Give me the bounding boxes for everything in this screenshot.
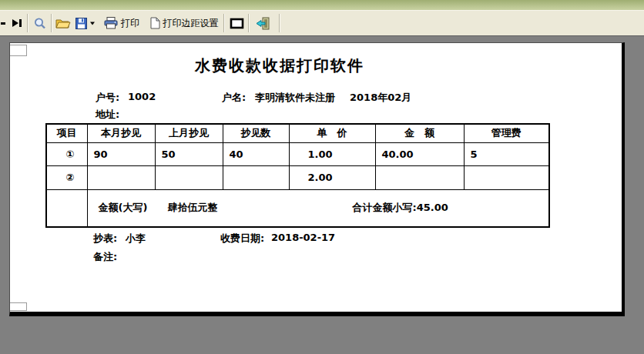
total-label: 合计金额小写:: [353, 202, 417, 213]
cell-usage: [223, 165, 289, 189]
page-border-button[interactable]: [226, 12, 247, 34]
toolbar-separator: [223, 14, 225, 32]
cell-previous-reading: 50: [155, 142, 223, 165]
square-outline-icon: [230, 18, 244, 29]
date-label: 收费日期:: [220, 232, 264, 245]
print-margin-settings-label: 打印边距设置: [163, 17, 219, 30]
cell-management-fee: [464, 165, 549, 189]
cell-item: ①: [46, 142, 87, 165]
toolbar-separator: [279, 14, 280, 32]
prev-page-icon: [1, 22, 5, 25]
toolbar-separator: [51, 14, 52, 32]
header-unit-price: 单 价: [289, 124, 375, 142]
header-usage: 抄见数: [223, 124, 289, 142]
cell-current-reading: [87, 165, 155, 189]
document-page-icon: [150, 17, 160, 29]
receipt-page: 水费收款收据打印软件 户号: 1002 户名: 李明清软件未注册 2018年02…: [9, 42, 625, 316]
prev-page-button[interactable]: [0, 12, 6, 34]
cell-management-fee: 5: [464, 142, 549, 165]
account-value: 1002: [128, 91, 156, 102]
page-title: 水费收款收据打印软件: [141, 55, 418, 76]
window-top-band: [0, 0, 644, 10]
exit-button[interactable]: [253, 12, 274, 34]
fee-table: 项目 本月抄见 上月抄见 抄见数 单 价 金 额 管理费 ① 90 50 40 …: [45, 123, 550, 228]
preview-area[interactable]: 水费收款收据打印软件 户号: 1002 户名: 李明清软件未注册 2018年02…: [0, 37, 644, 354]
header-item: 项目: [46, 124, 87, 142]
exit-door-icon: [256, 17, 271, 30]
summary-cell: 金额(大写)肆拾伍元整 合计金额小写:45.00: [87, 189, 549, 227]
margin-marker-bottom-left: [10, 302, 27, 311]
printer-icon: [104, 17, 118, 29]
date-value: 2018-02-17: [271, 232, 335, 243]
folder-open-icon: [55, 18, 71, 29]
toolbar-separator: [248, 14, 250, 32]
header-previous-reading: 上月抄见: [155, 124, 223, 142]
table-header-row: 项目 本月抄见 上月抄见 抄见数 单 价 金 额 管理费: [46, 124, 549, 142]
caret-down-icon: [90, 22, 96, 25]
address-label: 地址:: [96, 108, 119, 122]
reader-label: 抄表:: [93, 232, 117, 245]
amount-words-label: 金额(大写): [99, 202, 148, 213]
summary-row: 金额(大写)肆拾伍元整 合计金额小写:45.00: [46, 189, 549, 227]
period-value: 2018年02月: [350, 91, 411, 105]
cell-item: ②: [46, 165, 87, 189]
last-page-icon: [11, 17, 23, 29]
print-button-label: 打印: [121, 17, 139, 30]
cell-usage: 40: [223, 142, 289, 165]
cell-current-reading: 90: [87, 142, 155, 165]
cell-unit-price: 1.00: [289, 142, 375, 165]
floppy-disk-icon: [75, 18, 87, 29]
toolbar: 打印 打印边距设置: [0, 10, 644, 36]
margin-marker-top-left: [10, 45, 27, 56]
cell-previous-reading: [155, 165, 223, 189]
zoom-button[interactable]: [30, 12, 49, 34]
cell-amount: [375, 165, 464, 189]
header-amount: 金 额: [375, 124, 464, 142]
total-value: 45.00: [417, 202, 448, 213]
magnifier-icon: [33, 17, 47, 30]
open-button[interactable]: [54, 12, 72, 34]
print-margin-settings-button[interactable]: 打印边距设置: [148, 12, 220, 34]
summary-empty-cell: [46, 189, 87, 227]
reader-value: 小李: [126, 232, 146, 245]
amount-words-value: 肆拾伍元整: [167, 202, 217, 213]
remark-label: 备注:: [93, 250, 117, 264]
cell-amount: 40.00: [375, 142, 464, 165]
name-value: 李明清软件未注册: [255, 91, 335, 105]
header-management-fee: 管理费: [464, 124, 549, 142]
account-label: 户号:: [96, 91, 119, 105]
print-preview-window: 打印 打印边距设置 水费收款收: [0, 0, 644, 354]
name-label: 户名:: [222, 91, 246, 105]
last-page-button[interactable]: [8, 12, 26, 34]
table-row: ② 2.00: [46, 165, 549, 189]
table-row: ① 90 50 40 1.00 40.00 5: [46, 142, 549, 165]
header-current-reading: 本月抄见: [87, 124, 155, 142]
save-button[interactable]: [72, 12, 99, 34]
print-button[interactable]: 打印: [100, 12, 143, 34]
toolbar-separator: [27, 14, 29, 32]
cell-unit-price: 2.00: [289, 165, 375, 189]
